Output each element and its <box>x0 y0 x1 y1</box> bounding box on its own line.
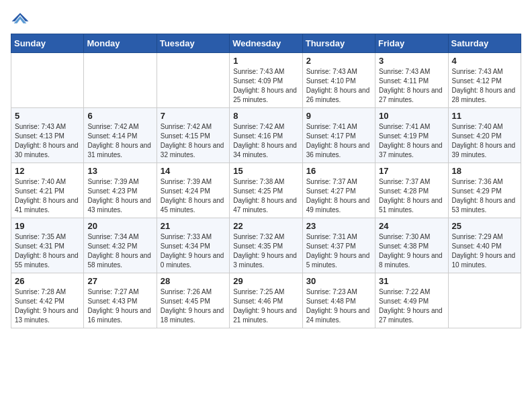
day-number: 19 <box>15 221 80 231</box>
day-number: 25 <box>452 221 517 231</box>
weekday-header-friday: Friday <box>375 34 448 53</box>
day-info: Sunrise: 7:43 AM Sunset: 4:10 PM Dayligh… <box>306 67 371 105</box>
day-info: Sunrise: 7:42 AM Sunset: 4:16 PM Dayligh… <box>233 122 298 160</box>
calendar-cell: 12Sunrise: 7:40 AM Sunset: 4:21 PM Dayli… <box>11 163 84 218</box>
day-info: Sunrise: 7:37 AM Sunset: 4:27 PM Dayligh… <box>306 177 371 215</box>
calendar-cell: 11Sunrise: 7:40 AM Sunset: 4:20 PM Dayli… <box>448 108 521 163</box>
calendar-week-4: 19Sunrise: 7:35 AM Sunset: 4:31 PM Dayli… <box>11 218 521 273</box>
calendar-week-5: 26Sunrise: 7:28 AM Sunset: 4:42 PM Dayli… <box>11 273 521 328</box>
day-number: 11 <box>452 111 517 121</box>
weekday-header-saturday: Saturday <box>448 34 521 53</box>
day-info: Sunrise: 7:39 AM Sunset: 4:23 PM Dayligh… <box>87 177 152 215</box>
calendar-cell: 5Sunrise: 7:43 AM Sunset: 4:13 PM Daylig… <box>11 108 84 163</box>
calendar-cell: 31Sunrise: 7:22 AM Sunset: 4:49 PM Dayli… <box>375 273 448 328</box>
day-info: Sunrise: 7:37 AM Sunset: 4:28 PM Dayligh… <box>379 177 444 215</box>
calendar-cell: 20Sunrise: 7:34 AM Sunset: 4:32 PM Dayli… <box>84 218 157 273</box>
day-number: 28 <box>161 276 226 286</box>
weekday-header-row: SundayMondayTuesdayWednesdayThursdayFrid… <box>11 34 521 53</box>
day-number: 4 <box>452 56 517 66</box>
calendar-cell: 4Sunrise: 7:43 AM Sunset: 4:12 PM Daylig… <box>448 53 521 108</box>
day-info: Sunrise: 7:40 AM Sunset: 4:20 PM Dayligh… <box>452 122 517 160</box>
day-number: 18 <box>452 166 517 176</box>
calendar-cell <box>84 53 157 108</box>
calendar-cell: 2Sunrise: 7:43 AM Sunset: 4:10 PM Daylig… <box>302 53 375 108</box>
day-number: 3 <box>379 56 444 66</box>
day-number: 9 <box>306 111 371 121</box>
calendar-week-3: 12Sunrise: 7:40 AM Sunset: 4:21 PM Dayli… <box>11 163 521 218</box>
day-info: Sunrise: 7:31 AM Sunset: 4:37 PM Dayligh… <box>306 232 371 270</box>
day-info: Sunrise: 7:35 AM Sunset: 4:31 PM Dayligh… <box>15 232 80 270</box>
day-info: Sunrise: 7:41 AM Sunset: 4:19 PM Dayligh… <box>379 122 444 160</box>
logo <box>11 11 32 26</box>
calendar-cell: 9Sunrise: 7:41 AM Sunset: 4:17 PM Daylig… <box>302 108 375 163</box>
calendar-cell: 24Sunrise: 7:30 AM Sunset: 4:38 PM Dayli… <box>375 218 448 273</box>
day-info: Sunrise: 7:36 AM Sunset: 4:29 PM Dayligh… <box>452 177 517 215</box>
day-number: 23 <box>306 221 371 231</box>
day-number: 13 <box>87 166 152 176</box>
day-info: Sunrise: 7:25 AM Sunset: 4:46 PM Dayligh… <box>233 287 298 325</box>
day-number: 10 <box>379 111 444 121</box>
day-number: 26 <box>15 276 80 286</box>
page-header <box>11 11 521 26</box>
calendar-cell: 28Sunrise: 7:26 AM Sunset: 4:45 PM Dayli… <box>157 273 229 328</box>
day-number: 20 <box>87 221 152 231</box>
day-number: 27 <box>87 276 152 286</box>
day-info: Sunrise: 7:33 AM Sunset: 4:34 PM Dayligh… <box>161 232 226 270</box>
calendar-cell <box>448 273 521 328</box>
day-number: 6 <box>87 111 152 121</box>
calendar-cell: 19Sunrise: 7:35 AM Sunset: 4:31 PM Dayli… <box>11 218 84 273</box>
day-number: 15 <box>233 166 298 176</box>
day-number: 1 <box>233 56 298 66</box>
day-info: Sunrise: 7:23 AM Sunset: 4:48 PM Dayligh… <box>306 287 371 325</box>
weekday-header-monday: Monday <box>84 34 157 53</box>
day-number: 31 <box>379 276 444 286</box>
day-info: Sunrise: 7:39 AM Sunset: 4:24 PM Dayligh… <box>161 177 226 215</box>
calendar-cell: 7Sunrise: 7:42 AM Sunset: 4:15 PM Daylig… <box>157 108 229 163</box>
day-number: 30 <box>306 276 371 286</box>
day-number: 29 <box>233 276 298 286</box>
day-number: 12 <box>15 166 80 176</box>
day-info: Sunrise: 7:28 AM Sunset: 4:42 PM Dayligh… <box>15 287 80 325</box>
calendar-week-1: 1Sunrise: 7:43 AM Sunset: 4:09 PM Daylig… <box>11 53 521 108</box>
day-info: Sunrise: 7:22 AM Sunset: 4:49 PM Dayligh… <box>379 287 444 325</box>
calendar-cell: 17Sunrise: 7:37 AM Sunset: 4:28 PM Dayli… <box>375 163 448 218</box>
day-info: Sunrise: 7:43 AM Sunset: 4:13 PM Dayligh… <box>15 122 80 160</box>
day-number: 8 <box>233 111 298 121</box>
day-info: Sunrise: 7:43 AM Sunset: 4:11 PM Dayligh… <box>379 67 444 105</box>
day-info: Sunrise: 7:43 AM Sunset: 4:12 PM Dayligh… <box>452 67 517 105</box>
day-number: 16 <box>306 166 371 176</box>
day-number: 22 <box>233 221 298 231</box>
calendar-cell: 25Sunrise: 7:29 AM Sunset: 4:40 PM Dayli… <box>448 218 521 273</box>
calendar-cell: 22Sunrise: 7:32 AM Sunset: 4:35 PM Dayli… <box>230 218 302 273</box>
calendar-cell: 26Sunrise: 7:28 AM Sunset: 4:42 PM Dayli… <box>11 273 84 328</box>
day-info: Sunrise: 7:29 AM Sunset: 4:40 PM Dayligh… <box>452 232 517 270</box>
calendar-cell <box>11 53 84 108</box>
calendar-cell: 14Sunrise: 7:39 AM Sunset: 4:24 PM Dayli… <box>157 163 229 218</box>
calendar-cell: 27Sunrise: 7:27 AM Sunset: 4:43 PM Dayli… <box>84 273 157 328</box>
calendar-cell: 18Sunrise: 7:36 AM Sunset: 4:29 PM Dayli… <box>448 163 521 218</box>
day-number: 5 <box>15 111 80 121</box>
calendar-cell <box>157 53 229 108</box>
day-number: 24 <box>379 221 444 231</box>
calendar-cell: 1Sunrise: 7:43 AM Sunset: 4:09 PM Daylig… <box>230 53 302 108</box>
day-number: 21 <box>161 221 226 231</box>
calendar-cell: 23Sunrise: 7:31 AM Sunset: 4:37 PM Dayli… <box>302 218 375 273</box>
day-info: Sunrise: 7:30 AM Sunset: 4:38 PM Dayligh… <box>379 232 444 270</box>
weekday-header-wednesday: Wednesday <box>230 34 302 53</box>
day-number: 7 <box>161 111 226 121</box>
calendar-cell: 10Sunrise: 7:41 AM Sunset: 4:19 PM Dayli… <box>375 108 448 163</box>
day-info: Sunrise: 7:34 AM Sunset: 4:32 PM Dayligh… <box>87 232 152 270</box>
calendar-cell: 8Sunrise: 7:42 AM Sunset: 4:16 PM Daylig… <box>230 108 302 163</box>
calendar-cell: 30Sunrise: 7:23 AM Sunset: 4:48 PM Dayli… <box>302 273 375 328</box>
day-info: Sunrise: 7:26 AM Sunset: 4:45 PM Dayligh… <box>161 287 226 325</box>
weekday-header-tuesday: Tuesday <box>157 34 229 53</box>
day-info: Sunrise: 7:43 AM Sunset: 4:09 PM Dayligh… <box>233 67 298 105</box>
day-number: 2 <box>306 56 371 66</box>
calendar-week-2: 5Sunrise: 7:43 AM Sunset: 4:13 PM Daylig… <box>11 108 521 163</box>
day-info: Sunrise: 7:42 AM Sunset: 4:14 PM Dayligh… <box>87 122 152 160</box>
generalblue-logo-icon <box>11 11 30 26</box>
weekday-header-thursday: Thursday <box>302 34 375 53</box>
calendar-cell: 16Sunrise: 7:37 AM Sunset: 4:27 PM Dayli… <box>302 163 375 218</box>
day-info: Sunrise: 7:40 AM Sunset: 4:21 PM Dayligh… <box>15 177 80 215</box>
day-info: Sunrise: 7:42 AM Sunset: 4:15 PM Dayligh… <box>161 122 226 160</box>
